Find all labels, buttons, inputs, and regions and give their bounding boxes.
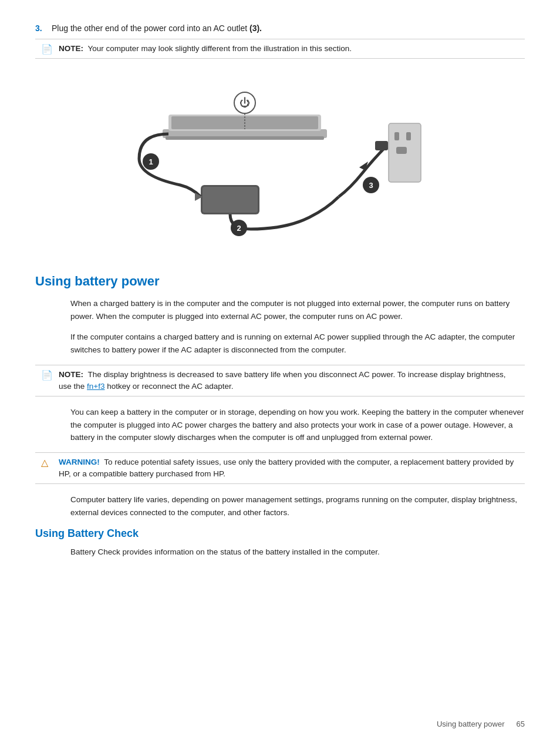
note-text-2: NOTE: The display brightness is decrease… <box>59 369 519 393</box>
battery-para-1: When a charged battery is in the compute… <box>70 297 525 322</box>
footer-page: 65 <box>517 720 525 728</box>
note-box-1: 📄 NOTE: Your computer may look slightly … <box>35 39 525 59</box>
battery-para-4: Computer battery life varies, depending … <box>70 493 525 519</box>
svg-rect-17 <box>375 141 388 150</box>
svg-text:2: 2 <box>237 224 241 233</box>
note-icon-1: 📄 <box>41 43 54 55</box>
svg-rect-8 <box>203 187 258 213</box>
page-footer: Using battery power 65 <box>437 720 525 728</box>
fn-f3-link[interactable]: fn+f3 <box>87 382 104 391</box>
subsection-heading-battery-check: Using Battery Check <box>35 527 525 540</box>
step-number-3: 3. <box>35 23 52 33</box>
note-box-2: 📄 NOTE: The display brightness is decrea… <box>35 365 525 397</box>
battery-para-3: You can keep a battery in the computer o… <box>70 406 525 444</box>
power-cord-illustration: ⏻ 1 2 3 <box>104 70 456 253</box>
step-3: 3. Plug the other end of the power cord … <box>35 23 525 33</box>
svg-rect-14 <box>394 132 399 140</box>
warning-box: △ WARNING! To reduce potential safety is… <box>35 452 525 485</box>
step-3-text: Plug the other end of the power cord int… <box>52 23 525 33</box>
section-heading-battery: Using battery power <box>35 274 525 289</box>
svg-rect-15 <box>406 132 411 140</box>
svg-text:⏻: ⏻ <box>239 97 250 109</box>
warning-icon: △ <box>41 457 54 468</box>
battery-check-para-1: Battery Check provides information on th… <box>70 546 525 559</box>
svg-rect-16 <box>396 147 407 154</box>
illustration-area: ⏻ 1 2 3 <box>35 70 525 253</box>
note-text-1: NOTE: Your computer may look slightly di… <box>59 43 352 55</box>
warning-text: WARNING! To reduce potential safety issu… <box>59 456 519 480</box>
svg-text:1: 1 <box>149 157 153 166</box>
battery-para-2: If the computer contains a charged batte… <box>70 331 525 356</box>
note-icon-2: 📄 <box>41 369 54 381</box>
svg-text:3: 3 <box>369 181 373 190</box>
footer-text: Using battery power <box>437 720 505 728</box>
svg-rect-3 <box>166 136 324 140</box>
